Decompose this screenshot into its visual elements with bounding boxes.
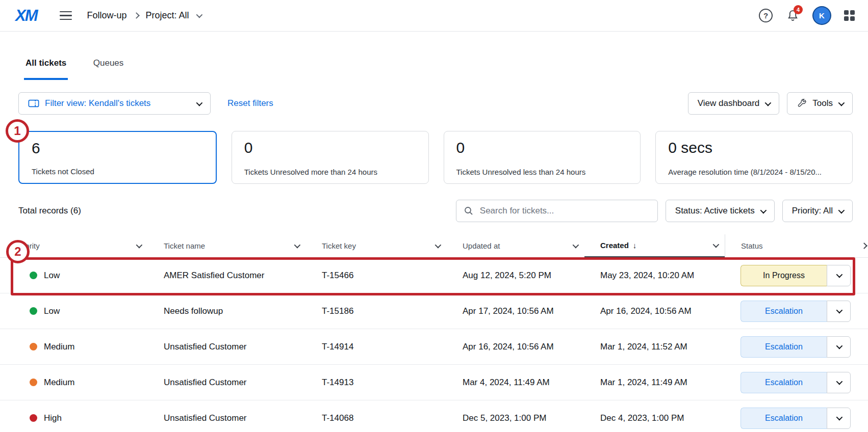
wrench-icon [797, 98, 807, 109]
apps-grid-icon[interactable] [844, 10, 855, 21]
ticket-key: T-15466 [306, 271, 447, 281]
chevron-down-icon[interactable] [827, 336, 851, 358]
chevron-right-icon [133, 12, 140, 19]
column-header-ticket-name: Ticket name [148, 234, 306, 257]
tools-label: Tools [812, 98, 833, 109]
priority-value: Medium [44, 342, 74, 352]
search-icon [464, 206, 474, 218]
annotation-marker-1: 1 [6, 119, 29, 143]
filter-view-dropdown[interactable]: Filter view: Kendall's tickets [18, 92, 211, 115]
column-menu-icon[interactable] [713, 241, 720, 248]
stat-label: Tickets not Closed [32, 167, 94, 176]
priority-value: Medium [44, 377, 74, 388]
table-row[interactable]: Medium Unsatisfied Customer T-14914 Apr … [0, 329, 868, 365]
sort-descending-icon[interactable]: ↓ [633, 241, 637, 250]
stat-value: 0 [456, 139, 628, 156]
column-menu-icon[interactable] [294, 242, 301, 249]
stat-value: 6 [32, 140, 203, 157]
records-toolbar: Total records (6) Status: Active tickets… [0, 200, 868, 222]
stat-card-unresolved-more-24h[interactable]: 0 Tickets Unresolved more than 24 hours [232, 131, 429, 184]
ticket-key: T-14914 [306, 342, 447, 352]
status-dropdown[interactable]: In Progress [741, 265, 851, 286]
column-header-status: Status [725, 234, 868, 257]
chevron-down-icon [760, 207, 767, 213]
tools-button[interactable]: Tools [787, 92, 853, 115]
chevron-down-icon [196, 12, 202, 18]
table-row[interactable]: High Unsatisfied Customer T-14068 Dec 5,… [0, 400, 868, 432]
chevron-down-icon[interactable] [827, 408, 851, 429]
reset-filters-link[interactable]: Reset filters [227, 98, 273, 109]
chevron-down-icon[interactable] [827, 265, 851, 286]
table-row[interactable]: Low AMER Satisfied Customer T-15466 Aug … [0, 258, 868, 293]
view-dashboard-label: View dashboard [698, 98, 760, 109]
stat-label: Tickets Unresolved less than 24 hours [456, 168, 586, 176]
status-badge: Escalation [741, 408, 827, 429]
breadcrumb: Follow-up Project: All [87, 10, 201, 21]
priority-value: High [44, 413, 62, 423]
top-navigation-bar: XM Follow-up Project: All ? 4 K [0, 0, 868, 32]
chevron-down-icon[interactable] [827, 301, 851, 322]
status-dropdown[interactable]: Escalation [741, 336, 851, 358]
status-badge: Escalation [741, 372, 827, 393]
column-menu-icon[interactable] [136, 242, 143, 249]
breadcrumb-section[interactable]: Follow-up [87, 10, 127, 21]
column-header-created: Created ↓ [584, 234, 725, 257]
notifications-button[interactable]: 4 [786, 9, 800, 23]
column-label: Created [600, 241, 629, 250]
column-label: Status [741, 241, 763, 250]
updated-at: Apr 16, 2024, 10:56 AM [447, 342, 584, 352]
column-label: Updated at [463, 241, 500, 250]
stat-card-unresolved-less-24h[interactable]: 0 Tickets Unresolved less than 24 hours [444, 131, 641, 184]
notification-count-badge: 4 [794, 5, 803, 14]
filter-bar: Filter view: Kendall's tickets Reset fil… [0, 92, 868, 115]
column-header-ticket-key: Ticket key [306, 234, 447, 257]
created-at: Apr 16, 2024, 10:56 AM [584, 306, 725, 316]
chevron-down-icon [196, 99, 203, 106]
table-row[interactable]: Low Needs followup T-15186 Apr 17, 2024,… [0, 293, 868, 329]
stat-cards-row: 6 Tickets not Closed 0 Tickets Unresolve… [0, 131, 868, 184]
table-row[interactable]: Medium Unsatisfied Customer T-14913 Mar … [0, 365, 868, 400]
status-dropdown[interactable]: Escalation [741, 408, 851, 429]
xm-logo[interactable]: XM [15, 7, 37, 25]
ticket-name: Needs followup [148, 306, 306, 316]
status-filter-label: Status: Active tickets [675, 206, 755, 216]
view-dashboard-button[interactable]: View dashboard [688, 92, 780, 115]
stat-label: Average resolution time (8/1/2024 - 8/15… [668, 168, 822, 176]
table-header-row: Priority Ticket name Ticket key Updated … [0, 234, 868, 258]
priority-filter-label: Priority: All [792, 206, 833, 216]
updated-at: Apr 17, 2024, 10:56 AM [447, 306, 584, 316]
stat-value: 0 [244, 139, 416, 156]
chevron-down-icon [765, 99, 772, 106]
column-label: Ticket name [164, 241, 205, 250]
filter-view-label: Filter view: Kendall's tickets [45, 98, 150, 109]
tab-queues[interactable]: Queues [92, 58, 125, 78]
status-dropdown[interactable]: Escalation [741, 372, 851, 393]
column-menu-icon[interactable] [573, 242, 579, 249]
updated-at: Aug 12, 2024, 5:20 PM [447, 271, 584, 281]
column-menu-icon[interactable] [435, 242, 442, 249]
ticket-icon [28, 99, 39, 108]
ticket-tabs: All tickets Queues [0, 32, 868, 80]
ticket-key: T-14913 [306, 377, 447, 388]
help-icon[interactable]: ? [759, 9, 773, 22]
breadcrumb-project-dropdown[interactable]: Project: All [146, 10, 189, 21]
status-filter-dropdown[interactable]: Status: Active tickets [666, 200, 775, 222]
status-badge: In Progress [741, 265, 827, 286]
priority-dot [30, 343, 37, 350]
priority-filter-dropdown[interactable]: Priority: All [782, 200, 853, 222]
hamburger-menu-icon[interactable] [60, 11, 72, 20]
column-label: Ticket key [322, 241, 356, 250]
chevron-down-icon[interactable] [827, 372, 851, 393]
search-input[interactable] [456, 200, 658, 222]
created-at: Mar 1, 2024, 11:49 AM [584, 377, 725, 388]
stat-card-tickets-not-closed[interactable]: 6 Tickets not Closed [18, 131, 217, 184]
status-dropdown[interactable]: Escalation [741, 301, 851, 322]
stat-card-average-resolution-time[interactable]: 0 secs Average resolution time (8/1/2024… [655, 131, 853, 184]
tab-all-tickets[interactable]: All tickets [24, 58, 68, 80]
priority-dot [30, 272, 37, 279]
created-at: Mar 1, 2024, 11:52 AM [584, 342, 725, 352]
priority-dot [30, 307, 37, 315]
updated-at: Mar 4, 2024, 11:49 AM [447, 377, 584, 388]
search-box [456, 200, 658, 222]
user-avatar[interactable]: K [813, 7, 830, 24]
